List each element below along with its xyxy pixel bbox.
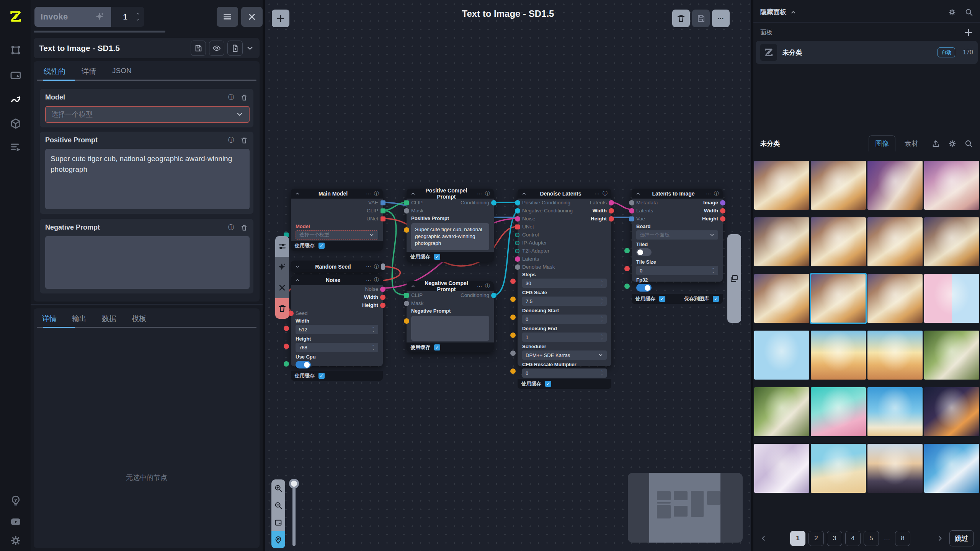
gallery-thumbnail[interactable] [924,274,979,323]
gallery-thumbnail[interactable] [867,331,923,380]
tile-size-input[interactable]: 0⌃⌄ [636,266,718,275]
gallery-search-icon[interactable] [964,139,973,148]
trash-icon[interactable] [240,94,248,101]
tab-canvas-icon[interactable] [8,68,23,83]
model-select[interactable]: 选择一个模型 [45,106,250,123]
expand-icon[interactable] [295,264,300,269]
info-icon[interactable]: ⓘ [603,190,608,197]
steps-input-handle[interactable] [510,279,516,284]
board-item-uncategorized[interactable]: 未分类 自动 170 [756,41,978,64]
tips-bulb-icon[interactable] [8,494,23,508]
use-cache-checkbox[interactable]: ✓ [434,254,440,260]
fp32-toggle[interactable] [636,284,652,292]
gallery-thumbnail[interactable] [811,217,866,266]
gallery-thumbnail[interactable] [924,217,979,266]
workflow-canvas[interactable]: Text to Image - SD1.5 ⋯ Main Model⋯ⓘ VAE… [265,0,751,551]
zoom-out-button[interactable] [271,497,285,514]
info-icon[interactable]: ⓘ [374,190,379,197]
new-workflow-button[interactable] [227,41,243,56]
gallery-thumbnail[interactable] [867,161,923,210]
gallery-thumbnail[interactable] [754,331,809,380]
use-cpu-input-handle[interactable] [284,361,289,367]
queue-count-stepper[interactable]: 1 [111,7,144,27]
page-button-8[interactable]: 8 [895,531,910,546]
collapse-icon[interactable] [295,191,300,196]
tab-images[interactable]: 图像 [869,135,895,152]
gallery-thumbnail[interactable] [924,387,979,436]
add-board-button[interactable] [964,28,973,37]
width-output-handle[interactable] [609,208,614,214]
latents-input-handle[interactable] [515,256,520,262]
t2i-adapter-input-handle[interactable] [515,249,519,253]
width-input-handle[interactable] [284,326,289,331]
minimap-toggle-button[interactable] [271,531,285,548]
info-icon[interactable]: ⓘ [374,277,379,284]
tab-assets[interactable]: 素材 [898,136,924,151]
noise-input-handle[interactable] [515,216,520,222]
use-cache-checkbox[interactable]: ✓ [545,381,551,387]
hide-panels-label[interactable]: 隐藏面板 [760,8,786,16]
settings-gear-icon[interactable] [8,533,23,548]
tab-json[interactable]: JSON [112,67,132,77]
close-panel-button[interactable] [241,7,263,27]
tab-models-icon[interactable] [8,116,23,131]
collapse-icon[interactable] [410,191,416,196]
tab-generation-nodes-icon[interactable] [8,43,23,57]
use-cpu-toggle[interactable] [296,361,311,368]
model-select[interactable]: 选择一个模型 [296,230,378,240]
height-input[interactable]: 768⌃⌄ [296,343,378,352]
denoise-mask-input-handle[interactable] [515,264,520,270]
node-noise[interactable]: Noise⋯ⓘ Noise Width Height Seed Width 51… [291,275,383,366]
collapse-icon[interactable] [295,277,300,283]
trash-icon[interactable] [240,224,248,231]
youtube-icon[interactable] [8,514,23,529]
mask-input-handle[interactable] [404,301,409,306]
tab-node-template[interactable]: 模板 [132,314,146,324]
gallery-drawer-handle[interactable] [727,234,741,323]
node-menu-icon[interactable]: ⋯ [366,191,371,197]
negative-conditioning-handle[interactable] [515,208,520,214]
info-icon[interactable]: ⓘ [228,136,234,144]
height-output-handle[interactable] [380,303,385,308]
info-icon[interactable]: ⓘ [228,223,234,231]
boards-settings-gear-icon[interactable] [948,8,956,16]
gallery-thumbnail[interactable] [924,331,979,380]
positive-conditioning-handle[interactable] [515,200,520,205]
next-page-chevron[interactable] [936,535,944,542]
cfg-scale-input-handle[interactable] [510,297,516,302]
clear-selection-button[interactable] [275,277,289,298]
gallery-thumbnail[interactable] [811,161,866,210]
vae-input-handle[interactable] [629,216,634,221]
use-cache-checkbox[interactable]: ✓ [318,243,325,249]
gallery-thumbnail[interactable] [811,331,866,380]
clip-output-handle[interactable] [381,208,385,213]
tile-size-input-handle[interactable] [624,266,630,271]
gallery-thumbnail[interactable] [754,387,809,436]
width-input[interactable]: 512⌃⌄ [296,325,378,334]
add-node-button[interactable] [272,10,289,27]
negative-prompt-textarea[interactable] [45,236,250,289]
tab-node-details[interactable]: 详情 [42,314,57,324]
jump-to-button[interactable]: 跳过 [949,530,974,546]
chevron-down-icon[interactable] [246,44,254,52]
more-options-button[interactable]: ⋯ [712,10,730,27]
gallery-thumbnail[interactable] [811,387,866,436]
info-icon[interactable]: ⓘ [714,190,719,197]
node-menu-icon[interactable]: ⋯ [366,264,371,269]
clip-input-handle[interactable] [404,200,409,205]
positive-prompt-textarea[interactable]: Super cute tiger cub, national geographi… [45,149,250,209]
info-icon[interactable]: ⓘ [485,190,490,197]
metadata-input-handle[interactable] [629,200,634,205]
gallery-thumbnail[interactable] [754,444,809,493]
denoising-start-input-handle[interactable] [510,315,516,320]
page-button-4[interactable]: 4 [845,531,861,546]
gallery-thumbnail[interactable] [924,161,979,210]
tab-details[interactable]: 详情 [82,67,96,77]
page-button-5[interactable]: 5 [864,531,879,546]
negative-prompt-node-textarea[interactable] [411,316,489,341]
node-denoise-latents[interactable]: Denoise Latents⋯ⓘ Positive ConditioningL… [518,189,611,366]
view-workflow-button[interactable] [209,41,224,56]
positive-prompt-node-textarea[interactable]: Super cute tiger cub, national geographi… [411,223,489,250]
denoising-end-input-handle[interactable] [510,333,516,338]
scheduler-input-handle[interactable] [510,350,516,356]
